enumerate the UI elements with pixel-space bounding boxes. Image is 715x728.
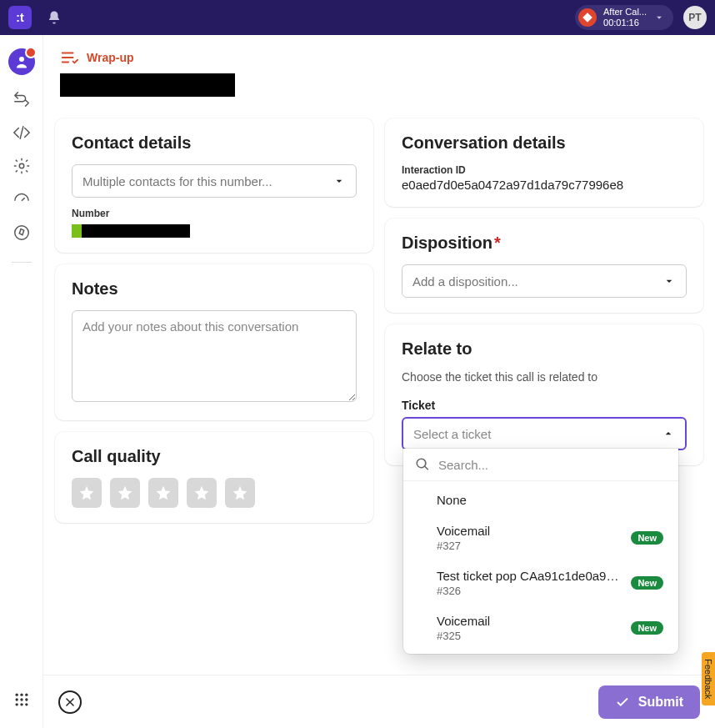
redacted-contact-name bbox=[60, 73, 235, 97]
content: Wrap-up Contact details Multiple contact… bbox=[43, 35, 715, 728]
ticket-combobox[interactable]: Select a ticket None bbox=[402, 417, 687, 450]
sidenav-divider bbox=[12, 262, 32, 263]
badge-new: New bbox=[631, 576, 663, 590]
contact-details-title: Contact details bbox=[72, 133, 357, 153]
content-header: Wrap-up bbox=[43, 35, 715, 103]
submit-label: Submit bbox=[638, 695, 683, 710]
wrapup-icon bbox=[60, 48, 78, 67]
svg-point-1 bbox=[19, 163, 24, 168]
close-icon bbox=[64, 696, 76, 708]
svg-point-5 bbox=[25, 694, 28, 696]
ticket-option[interactable]: Test ticket pop CAa91c1de0a908e... #326 … bbox=[403, 560, 678, 605]
svg-point-2 bbox=[14, 226, 28, 240]
ticket-option-sub: #326 bbox=[437, 585, 624, 597]
chevron-down-icon bbox=[332, 174, 346, 188]
ticket-search-row bbox=[403, 449, 678, 481]
ticket-combobox-placeholder: Select a ticket bbox=[413, 427, 662, 441]
interaction-id-value: e0aed7d0e5a0472a97d1da79c77996e8 bbox=[402, 178, 687, 192]
chevron-up-icon bbox=[662, 427, 675, 440]
avatar[interactable]: PT bbox=[683, 6, 707, 29]
call-status-icon bbox=[578, 8, 597, 27]
nav-code-icon[interactable] bbox=[12, 123, 31, 142]
chevron-down-icon bbox=[653, 12, 665, 23]
svg-point-9 bbox=[15, 703, 18, 705]
ticket-option[interactable]: Voicemail #327 New bbox=[403, 515, 678, 560]
svg-point-7 bbox=[20, 698, 22, 700]
relate-to-card: Relate to Choose the ticket this call is… bbox=[385, 324, 703, 465]
number-label: Number bbox=[72, 208, 357, 219]
wrapup-label: Wrap-up bbox=[87, 51, 134, 64]
call-quality-title: Call quality bbox=[72, 447, 357, 466]
number-value-redacted bbox=[82, 224, 190, 238]
ticket-option[interactable]: Voicemail #325 New bbox=[403, 605, 678, 650]
star-2[interactable] bbox=[110, 478, 140, 508]
conversation-title: Conversation details bbox=[402, 133, 687, 153]
svg-point-6 bbox=[15, 698, 18, 700]
svg-point-3 bbox=[15, 694, 18, 696]
check-icon bbox=[615, 695, 630, 710]
chevron-down-icon bbox=[662, 274, 676, 288]
relate-title: Relate to bbox=[402, 339, 687, 359]
footer: Submit bbox=[43, 675, 715, 728]
agent-status-dot bbox=[25, 47, 37, 58]
contact-select[interactable]: Multiple contacts for this number... bbox=[72, 164, 357, 198]
ticket-option-title: Test ticket pop CAa91c1de0a908e... bbox=[437, 569, 624, 583]
svg-point-11 bbox=[25, 703, 28, 705]
badge-new: New bbox=[631, 621, 663, 635]
agent-status-badge[interactable] bbox=[8, 48, 35, 75]
notes-title: Notes bbox=[72, 279, 357, 299]
submit-button[interactable]: Submit bbox=[598, 685, 700, 719]
svg-point-4 bbox=[20, 694, 22, 696]
ticket-option-title: Voicemail bbox=[437, 614, 624, 628]
svg-point-8 bbox=[25, 698, 28, 700]
star-5[interactable] bbox=[225, 478, 255, 508]
svg-point-10 bbox=[20, 703, 22, 705]
interaction-id-label: Interaction ID bbox=[402, 164, 687, 176]
app-logo[interactable]: :t bbox=[8, 6, 32, 29]
disposition-title: Disposition* bbox=[402, 233, 687, 253]
dashboard-gauge-icon[interactable] bbox=[12, 190, 31, 208]
disposition-select[interactable]: Add a disposition... bbox=[402, 264, 687, 298]
call-status-pill[interactable]: After Cal... 00:01:16 bbox=[575, 5, 673, 29]
svg-point-0 bbox=[19, 57, 24, 62]
wrapup-header: Wrap-up bbox=[60, 48, 698, 67]
apps-grid-icon[interactable] bbox=[13, 691, 30, 708]
notes-textarea[interactable] bbox=[72, 310, 357, 402]
badge-new: New bbox=[631, 531, 663, 545]
sidenav bbox=[0, 35, 43, 728]
star-rating bbox=[72, 478, 357, 508]
relate-subtitle: Choose the ticket this call is related t… bbox=[402, 370, 687, 384]
ticket-option-title: Voicemail bbox=[437, 524, 624, 538]
ticket-search-input[interactable] bbox=[438, 458, 667, 472]
star-3[interactable] bbox=[148, 478, 178, 508]
contact-details-card: Contact details Multiple contacts for th… bbox=[55, 118, 373, 253]
call-status-timer: 00:01:16 bbox=[603, 18, 647, 28]
call-status-text: After Cal... bbox=[603, 7, 647, 18]
contact-select-placeholder: Multiple contacts for this number... bbox=[82, 174, 332, 188]
ticket-option[interactable]: None bbox=[403, 484, 678, 515]
star-4[interactable] bbox=[187, 478, 217, 508]
cards-area: Contact details Multiple contacts for th… bbox=[43, 103, 715, 675]
ticket-dropdown: None Voicemail #327 New bbox=[403, 449, 678, 654]
topbar: :t After Cal... 00:01:16 PT bbox=[0, 0, 715, 35]
disposition-placeholder: Add a disposition... bbox=[412, 274, 662, 289]
number-prefix-redacted bbox=[72, 224, 82, 238]
search-icon bbox=[415, 457, 430, 472]
bell-icon[interactable] bbox=[47, 10, 62, 25]
gear-icon[interactable] bbox=[12, 157, 31, 175]
star-1[interactable] bbox=[72, 478, 102, 508]
compass-icon[interactable] bbox=[12, 223, 31, 242]
ticket-label: Ticket bbox=[402, 399, 687, 412]
ticket-option-sub: #327 bbox=[437, 540, 624, 552]
ticket-option-list[interactable]: None Voicemail #327 New bbox=[403, 481, 678, 654]
conversation-details-card: Conversation details Interaction ID e0ae… bbox=[385, 118, 703, 207]
call-quality-card: Call quality bbox=[55, 432, 373, 523]
nav-route-icon[interactable] bbox=[12, 90, 31, 108]
cancel-button[interactable] bbox=[58, 690, 82, 714]
notes-card: Notes bbox=[55, 264, 373, 420]
ticket-option-sub: #325 bbox=[437, 630, 624, 642]
disposition-card: Disposition* Add a disposition... bbox=[385, 218, 703, 313]
ticket-option-title: None bbox=[437, 493, 663, 507]
feedback-tab[interactable]: Feedback bbox=[702, 652, 715, 705]
